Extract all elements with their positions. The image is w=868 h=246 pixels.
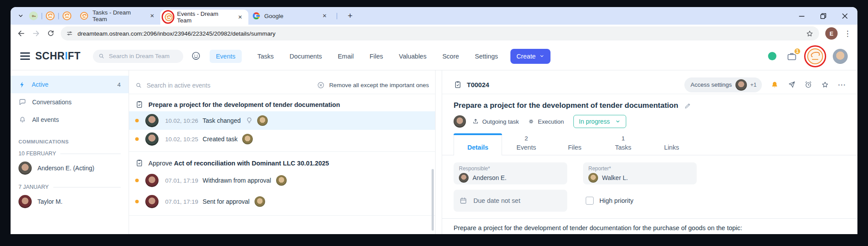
send-icon[interactable] (787, 81, 796, 89)
nav-documents[interactable]: Documents (290, 53, 322, 60)
sidebar-person-anderson[interactable]: Anderson E. (Acting) (11, 158, 129, 178)
sidebar-item-active[interactable]: Active 4 (11, 76, 129, 93)
event-group-header[interactable]: Prepare a project for the development of… (129, 94, 435, 111)
outgoing-icon (472, 118, 479, 125)
main-navigation: Events Tasks Documents Email Files Valua… (210, 50, 498, 63)
close-tab-icon[interactable]: ✕ (148, 12, 156, 20)
reporter-field[interactable]: Reporter* Walker L. (583, 162, 697, 184)
detail-actions: Access settings +1 ⋯ (684, 77, 846, 92)
column-gap (436, 70, 442, 234)
tab-title: Events - Dream Team (177, 11, 232, 24)
tab-tasks[interactable]: 1 Tasks (599, 133, 647, 155)
event-row[interactable]: 10.02, 10:25 Created task (129, 130, 435, 148)
circle-x-icon (317, 81, 325, 89)
clipboard-check-icon (454, 81, 462, 89)
inbox-briefcase-button[interactable]: 1 (786, 51, 798, 62)
target-avatar (257, 115, 268, 126)
sidebar-item-all-events[interactable]: All events (11, 111, 129, 129)
pinned-tab-separator (41, 13, 42, 19)
status-dropdown[interactable]: In progress (573, 115, 626, 128)
search-icon (98, 53, 105, 59)
presence-status-dot (768, 52, 776, 60)
member-avatar (735, 79, 747, 91)
bookmark-star-icon[interactable] (805, 29, 814, 38)
sidebar-person-taylor[interactable]: Taylor M. (11, 192, 129, 211)
nav-email[interactable]: Email (338, 53, 354, 60)
notifications-bell-icon[interactable] (770, 81, 779, 89)
target-avatar (242, 134, 253, 144)
browser-menu-icon[interactable]: ⋮ (844, 30, 851, 37)
back-icon[interactable] (17, 29, 26, 38)
remove-filter-button[interactable]: Remove all except the important ones (317, 81, 429, 89)
high-priority-field: High priority (583, 190, 697, 212)
close-tab-icon[interactable]: ✕ (236, 13, 244, 21)
scrollbar-thumb[interactable] (432, 169, 434, 231)
hamburger-menu-icon[interactable] (20, 52, 30, 60)
more-actions-icon[interactable]: ⋯ (838, 81, 846, 89)
nav-events[interactable]: Events (210, 50, 241, 63)
nav-settings[interactable]: Settings (475, 53, 498, 60)
event-group-header[interactable]: Approve Act of reconciliation with Domin… (129, 153, 435, 170)
tab-title: Tasks - Dream Team (92, 9, 144, 22)
unread-dot (135, 137, 139, 141)
nav-files[interactable]: Files (369, 53, 383, 60)
task-title: Prepare a project for the development of… (454, 101, 678, 110)
restore-icon[interactable] (820, 13, 826, 19)
tab-details[interactable]: Details (454, 133, 502, 155)
reload-icon[interactable] (47, 29, 55, 37)
pinned-tab-team-icon[interactable] (46, 11, 55, 20)
site-info-icon[interactable] (66, 30, 73, 37)
high-priority-checkbox[interactable] (586, 197, 594, 205)
person-avatar (18, 195, 32, 208)
responsible-field[interactable]: Responsible* Anderson E. (454, 162, 567, 184)
events-search-input[interactable]: Search in active events (147, 82, 211, 89)
sidebar-item-conversations[interactable]: Conversations (11, 93, 129, 111)
workspace-logo[interactable] (807, 48, 823, 64)
tab-google[interactable]: Google ✕ (248, 7, 333, 25)
pinned-tab-team-icon[interactable] (63, 11, 71, 20)
tab-events-active[interactable]: Events - Dream Team ✕ (160, 10, 248, 25)
event-row[interactable]: 10.02, 10:26 Task changed (129, 111, 435, 130)
task-id: T00024 (467, 81, 489, 88)
event-row[interactable]: 07.01, 17:19 Withdrawn from approval (129, 170, 435, 191)
address-bar[interactable]: dreamteam.ostrean.com:2096/inbox/23946/2… (61, 26, 819, 40)
edit-pencil-icon[interactable] (684, 102, 691, 110)
nav-score[interactable]: Score (442, 53, 459, 60)
tab-search-button[interactable] (15, 10, 26, 22)
tab-links[interactable]: Links (647, 133, 696, 155)
browser-tab-strip: Tasks - Dream Team ✕ Events - Dream Team… (11, 7, 857, 25)
create-button[interactable]: Create (510, 49, 551, 64)
tab-title: Google (264, 13, 284, 19)
nav-valuables[interactable]: Valuables (399, 53, 427, 60)
support-icon[interactable] (190, 51, 202, 62)
pinned-tabs (29, 11, 71, 20)
tab-events[interactable]: 2 Events (502, 133, 550, 155)
due-date-field[interactable]: Due date not set (454, 190, 567, 212)
pinned-tab-key-icon[interactable] (29, 11, 38, 20)
minimize-icon[interactable] (799, 13, 805, 19)
url-text[interactable]: dreamteam.ostrean.com:2096/inbox/23946/2… (78, 30, 276, 37)
tab-files[interactable]: Files (550, 133, 599, 155)
unread-dot (135, 119, 139, 122)
owner-avatar[interactable] (454, 115, 466, 128)
tab-tasks[interactable]: Tasks - Dream Team ✕ (76, 7, 160, 25)
key-icon (31, 13, 37, 19)
chevron-down-icon (615, 119, 621, 124)
search-icon (135, 82, 142, 89)
event-row[interactable]: 07.01, 17:19 Sent for approval (129, 191, 435, 212)
close-window-icon[interactable] (842, 13, 848, 19)
actor-avatar (145, 174, 159, 187)
user-avatar[interactable] (833, 49, 848, 64)
app-logo[interactable]: SCHRIFT (35, 50, 81, 62)
global-search-input[interactable]: Search in Dream Team (93, 50, 183, 63)
nav-tasks[interactable]: Tasks (258, 53, 274, 60)
browser-profile-avatar[interactable]: E (825, 27, 838, 40)
task-type-label: Outgoing task (482, 118, 519, 125)
favorite-star-icon[interactable] (821, 81, 829, 89)
reminder-clock-icon[interactable] (804, 81, 813, 89)
access-settings-button[interactable]: Access settings +1 (684, 77, 762, 92)
forward-icon[interactable] (32, 29, 41, 38)
close-tab-icon[interactable]: ✕ (321, 12, 329, 20)
notification-badge: 1 (794, 48, 801, 55)
new-tab-button[interactable]: + (344, 10, 356, 22)
